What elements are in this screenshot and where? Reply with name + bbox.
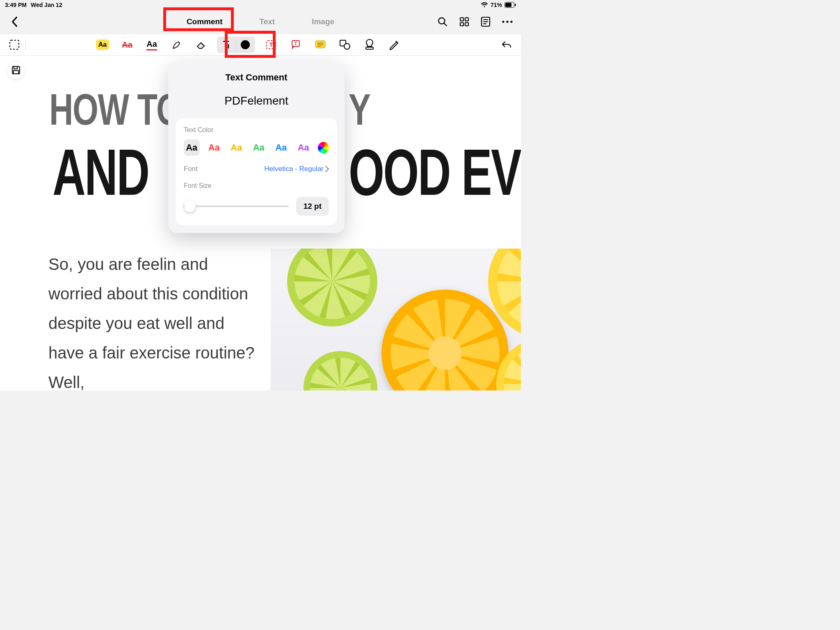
signature-icon[interactable] xyxy=(386,37,403,52)
svg-rect-2 xyxy=(515,4,516,6)
font-label: Font xyxy=(184,165,198,173)
text-comment-style-icon[interactable] xyxy=(237,38,253,52)
doc-hero-image xyxy=(271,249,521,390)
toolbar-separator xyxy=(25,39,26,50)
svg-rect-25 xyxy=(14,71,18,74)
status-bar: 3:49 PM Wed Jan 12 71% xyxy=(0,0,521,10)
font-select[interactable]: Helvetica - Regular xyxy=(264,165,329,173)
font-value: Helvetica - Regular xyxy=(264,165,324,173)
color-purple[interactable]: Aa xyxy=(296,139,312,156)
search-icon[interactable] xyxy=(437,16,448,27)
svg-point-14 xyxy=(243,43,248,47)
svg-rect-24 xyxy=(14,66,17,69)
bookmarks-icon[interactable] xyxy=(481,16,491,27)
strikethrough-icon[interactable]: Aa xyxy=(119,37,136,52)
top-nav: Comment Text Image xyxy=(0,10,521,34)
doc-title-line1: HOW TO xyxy=(49,84,181,135)
more-icon[interactable] xyxy=(502,20,513,23)
text-color-row: Aa Aa Aa Aa Aa Aa xyxy=(184,139,329,156)
font-size-value: 12 pt xyxy=(296,197,329,216)
text-color-label: Text Color xyxy=(184,126,329,134)
color-blue[interactable]: Aa xyxy=(273,139,289,156)
tab-image[interactable]: Image xyxy=(312,17,334,26)
save-button[interactable] xyxy=(7,62,25,79)
text-comment-tool-group xyxy=(217,37,255,53)
status-date: Wed Jan 12 xyxy=(31,2,62,8)
underline-icon[interactable]: Aa xyxy=(143,37,160,52)
status-time: 3:49 PM xyxy=(5,2,27,8)
svg-rect-19 xyxy=(315,41,325,48)
svg-rect-12 xyxy=(10,40,19,49)
doc-body-text: So, you are feelin and worried about thi… xyxy=(48,249,262,390)
text-comment-icon[interactable] xyxy=(219,38,235,52)
grid-view-icon[interactable] xyxy=(459,17,469,27)
highlight-text-icon[interactable]: Aa xyxy=(94,37,111,52)
svg-rect-22 xyxy=(366,47,373,49)
shapes-icon[interactable] xyxy=(336,37,354,52)
doc-title-line2-right: OOD EV xyxy=(349,135,520,210)
svg-rect-7 xyxy=(465,23,468,26)
color-green[interactable]: Aa xyxy=(251,139,267,156)
callout-icon[interactable]: T xyxy=(287,37,304,52)
select-area-icon[interactable] xyxy=(6,37,23,52)
sticky-note-icon[interactable] xyxy=(312,37,329,52)
chevron-right-icon xyxy=(325,166,329,172)
svg-text:T: T xyxy=(269,41,273,48)
popover-title: Text Comment xyxy=(168,62,345,90)
font-size-label: Font Size xyxy=(184,182,329,189)
svg-point-9 xyxy=(502,21,504,23)
wifi-icon xyxy=(481,2,488,8)
slider-thumb[interactable] xyxy=(184,201,196,212)
svg-text:T: T xyxy=(294,41,297,46)
color-red[interactable]: Aa xyxy=(206,139,222,156)
color-yellow[interactable]: Aa xyxy=(228,139,244,156)
back-button[interactable] xyxy=(8,16,21,28)
svg-rect-5 xyxy=(465,18,468,21)
undo-icon[interactable] xyxy=(498,37,515,52)
doc-title-line1-right: Y xyxy=(349,84,371,135)
stamp-icon[interactable] xyxy=(361,37,378,52)
battery-icon xyxy=(504,2,516,8)
tab-text[interactable]: Text xyxy=(260,17,275,26)
pen-icon[interactable] xyxy=(168,37,185,52)
popover-sample-text: PDFelement xyxy=(168,90,345,118)
doc-title-line2: AND xyxy=(52,135,148,210)
battery-percent: 71% xyxy=(491,2,502,8)
svg-point-11 xyxy=(510,21,512,23)
svg-point-21 xyxy=(344,43,350,49)
text-comment-popover: Text Comment PDFelement Text Color Aa Aa… xyxy=(168,62,345,233)
svg-point-10 xyxy=(506,21,508,23)
svg-rect-6 xyxy=(460,23,463,26)
svg-rect-4 xyxy=(460,18,463,21)
color-picker-wheel-icon[interactable] xyxy=(318,142,329,153)
text-box-icon[interactable]: T xyxy=(262,37,280,52)
tab-comment[interactable]: Comment xyxy=(187,17,223,26)
font-size-slider[interactable] xyxy=(184,205,289,207)
color-black[interactable]: Aa xyxy=(184,139,200,156)
eraser-icon[interactable] xyxy=(192,37,210,52)
svg-rect-1 xyxy=(505,3,511,7)
annotation-toolbar: Aa Aa Aa T T xyxy=(0,34,521,56)
